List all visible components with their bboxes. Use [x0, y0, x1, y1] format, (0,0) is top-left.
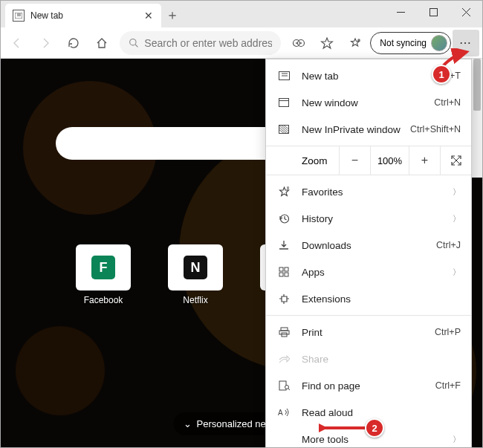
menu-label: History: [302, 213, 453, 224]
menu-zoom-row: Zoom − 100% +: [266, 146, 471, 175]
svg-rect-4: [429, 8, 437, 16]
svg-point-11: [296, 42, 297, 44]
zoom-in-button[interactable]: +: [409, 146, 440, 175]
download-icon: [276, 240, 291, 250]
menu-label: Read aloud: [302, 407, 461, 418]
history-icon: [276, 213, 291, 224]
titlebar: New tab ✕ ＋: [1, 1, 482, 27]
chevron-right-icon: 〉: [453, 213, 461, 224]
chevron-right-icon: 〉: [453, 434, 461, 445]
fullscreen-button[interactable]: [440, 146, 471, 175]
new-tab-icon: [276, 71, 291, 80]
menu-new-inprivate[interactable]: New InPrivate window Ctrl+Shift+N: [266, 116, 471, 143]
svg-line-35: [288, 389, 290, 390]
window-controls: [384, 1, 482, 23]
chevron-down-icon: ⌄: [184, 418, 192, 429]
print-icon: [276, 327, 291, 337]
svg-point-7: [130, 39, 136, 45]
menu-label: Apps: [302, 267, 453, 278]
menu-label: Downloads: [302, 240, 436, 251]
search-icon: [129, 37, 138, 48]
menu-history[interactable]: History 〉: [266, 205, 471, 232]
menu-print[interactable]: Print Ctrl+P: [266, 319, 471, 345]
extension-icon: [276, 293, 291, 305]
tab-title: New tab: [30, 10, 142, 21]
svg-line-8: [135, 45, 137, 47]
svg-point-34: [285, 386, 288, 389]
share-icon: [276, 354, 291, 364]
tab-favicon: [13, 10, 25, 22]
menu-label: New tab: [302, 71, 435, 82]
menu-new-window[interactable]: New window Ctrl+N: [266, 89, 471, 116]
chevron-right-icon: 〉: [453, 267, 461, 278]
tab-close-icon[interactable]: ✕: [142, 9, 155, 22]
quick-link-tile[interactable]: F Facebook: [62, 244, 144, 313]
sync-status-label: Not syncing: [380, 38, 427, 48]
window-minimize-button[interactable]: [384, 1, 417, 23]
svg-rect-27: [285, 267, 288, 271]
annotation-callout-2: 2: [365, 418, 384, 438]
back-button[interactable]: [4, 30, 30, 56]
menu-label: New window: [302, 97, 434, 108]
zoom-value: 100%: [370, 146, 409, 175]
svg-point-12: [300, 42, 302, 44]
browser-tab[interactable]: New tab ✕: [5, 4, 161, 27]
svg-rect-26: [279, 267, 283, 271]
favorites-button[interactable]: [314, 30, 340, 56]
menu-separator: [266, 315, 471, 316]
refresh-button[interactable]: [60, 30, 87, 56]
quick-link-tile[interactable]: N Netflix: [155, 244, 236, 313]
read-aloud-icon: A: [276, 407, 291, 418]
tile-label: Facebook: [84, 295, 123, 305]
menu-label: Favorites: [302, 186, 453, 198]
menu-find-on-page[interactable]: Find on page Ctrl+F: [266, 372, 471, 399]
chevron-right-icon: 〉: [453, 186, 461, 198]
annotation-callout-1: 1: [432, 65, 451, 84]
inprivate-icon: [276, 125, 291, 134]
svg-rect-28: [279, 273, 283, 276]
annotation-arrow-icon: [319, 421, 371, 435]
menu-label: Extensions: [302, 293, 461, 305]
toolbar: Not syncing ⋯: [1, 27, 482, 59]
window-maximize-button[interactable]: [417, 1, 450, 23]
menu-shortcut: Ctrl+F: [435, 380, 461, 391]
menu-favorites[interactable]: Favorites 〉: [266, 178, 471, 205]
tile-icon: N: [184, 256, 207, 279]
zoom-out-button[interactable]: −: [339, 146, 370, 175]
menu-shortcut: Ctrl+J: [436, 240, 461, 250]
menu-label: New InPrivate window: [302, 124, 410, 135]
address-bar[interactable]: [120, 31, 281, 55]
menu-label: Share: [302, 354, 461, 365]
tile-label: Netflix: [183, 295, 207, 305]
forward-button[interactable]: [32, 30, 59, 56]
window-icon: [276, 98, 291, 107]
collections-button[interactable]: [342, 30, 369, 56]
zoom-label: Zoom: [266, 146, 339, 175]
home-button[interactable]: [88, 30, 115, 56]
svg-rect-29: [285, 273, 288, 276]
address-input[interactable]: [144, 37, 272, 49]
menu-shortcut: Ctrl+P: [435, 327, 461, 337]
scrollbar-thumb[interactable]: [473, 59, 481, 111]
window-close-button[interactable]: [450, 1, 482, 23]
tile-icon: F: [91, 256, 115, 279]
new-tab-button[interactable]: ＋: [161, 4, 184, 26]
svg-rect-33: [279, 381, 286, 390]
tracking-prevention-button[interactable]: [285, 30, 312, 56]
star-icon: [276, 186, 291, 197]
menu-label: Print: [302, 327, 435, 338]
apps-icon: [276, 267, 291, 277]
svg-rect-18: [279, 99, 289, 107]
menu-apps[interactable]: Apps 〉: [266, 259, 471, 285]
settings-and-more-menu: New tab Ctrl+T New window Ctrl+N New InP…: [265, 59, 472, 448]
menu-downloads[interactable]: Downloads Ctrl+J: [266, 232, 471, 259]
menu-label: Find on page: [302, 380, 435, 392]
menu-shortcut: Ctrl+Shift+N: [410, 124, 461, 134]
svg-text:A: A: [278, 409, 283, 417]
svg-rect-30: [281, 328, 288, 331]
find-icon: [276, 380, 291, 391]
menu-extensions[interactable]: Extensions: [266, 285, 471, 312]
menu-share: Share: [266, 345, 471, 372]
menu-shortcut: Ctrl+N: [434, 97, 461, 108]
